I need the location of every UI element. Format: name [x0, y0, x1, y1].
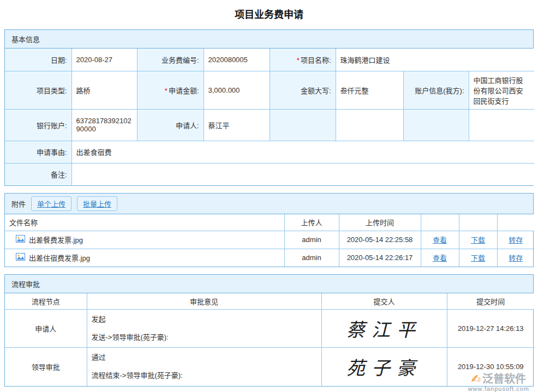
upload-time-header: 上传时间: [339, 214, 421, 231]
view-link[interactable]: 查看: [433, 254, 447, 262]
empty-header-cell: [421, 214, 459, 231]
download-cell: 下载: [459, 231, 497, 249]
transfer-cell: 转存: [497, 231, 534, 249]
amount-words-value: 叁仟元整: [336, 71, 403, 109]
single-upload-button[interactable]: 单个上传: [31, 196, 71, 211]
project-type-value: 路桥: [71, 71, 137, 109]
approval-row: 领导审批 通过 流程结束->领导审批(苑子豪): 苑子豪 2019-12-30 …: [5, 348, 534, 386]
empty-value-cell: [469, 109, 534, 141]
empty-header-cell: [459, 214, 497, 231]
file-name: 出差住宿费发票.jpg: [29, 252, 90, 263]
signature-cell: 苑子豪: [321, 348, 447, 386]
submit-time-header: 提交时间: [447, 293, 534, 310]
amount-label-text: 申请金额:: [169, 87, 199, 95]
upload-time-cell: 2020-05-14 22:25:58: [339, 231, 421, 249]
transfer-link[interactable]: 转存: [509, 254, 523, 262]
bank-account-label: 银行账户:: [5, 109, 71, 141]
node-header: 流程节点: [5, 293, 87, 310]
basic-info-row-4: 申请事由: 出差食宿费: [5, 141, 534, 163]
account-info-label: 账户信息(我方):: [403, 71, 469, 109]
attachment-row: 出差餐费发票.jpg admin 2020-05-14 22:25:58 查看 …: [5, 231, 534, 249]
required-asterisk: *: [165, 87, 168, 95]
view-cell: 查看: [421, 231, 459, 249]
basic-info-row-5: 备注:: [5, 163, 534, 185]
attachments-header-row: 文件名称 上传人 上传时间: [5, 214, 534, 231]
uploader-cell: admin: [284, 249, 339, 267]
opinion-cell: 通过 流程结束->领导审批(苑子豪):: [87, 348, 321, 386]
basic-info-panel: 基本信息 日期: 2020-08-27 业务费编号: 2020080005 *项…: [4, 29, 534, 186]
file-name-header: 文件名称: [5, 214, 284, 231]
fee-no-value: 2020080005: [204, 49, 270, 71]
brand-url: www.fanpusoft.com: [468, 385, 529, 392]
submitter-header: 提交人: [321, 293, 447, 310]
file-name-cell: 出差住宿费发票.jpg: [5, 249, 284, 267]
fanpu-logo-icon: ✍: [471, 372, 481, 385]
download-cell: 下载: [459, 249, 497, 267]
attachments-section-title: 附件: [11, 198, 26, 209]
project-name-value: 珠海鹤港口建设: [336, 49, 534, 71]
node-cell: 申请人: [5, 310, 87, 348]
file-name: 出差餐费发票.jpg: [29, 234, 83, 245]
attachments-table: 文件名称 上传人 上传时间 出差餐费发票.jpg admin 2020-05-1…: [5, 214, 534, 267]
image-file-icon: [16, 252, 25, 263]
batch-upload-button[interactable]: 批量上传: [77, 196, 117, 211]
amount-words-label: 金额大写:: [270, 71, 336, 109]
download-link[interactable]: 下载: [471, 254, 485, 262]
empty-value-cell: [336, 109, 403, 141]
view-cell: 查看: [421, 249, 459, 267]
attachments-header: 附件 单个上传 批量上传: [5, 194, 533, 214]
page-title: 项目业务费申请: [4, 7, 534, 21]
opinion-line-2: 流程结束->领导审批(苑子豪):: [92, 371, 317, 381]
uploader-cell: admin: [284, 231, 339, 249]
date-value: 2020-08-27: [71, 49, 137, 71]
approval-table: 流程节点 审批意见 提交人 提交时间 申请人 发起 发送->领导审批(苑子豪):…: [5, 293, 534, 386]
brand-name: 泛普软件: [482, 373, 526, 385]
node-cell: 领导审批: [5, 348, 87, 386]
remark-label: 备注:: [5, 163, 71, 185]
opinion-header: 审批意见: [87, 293, 321, 310]
empty-label-cell: [403, 109, 469, 141]
reason-label: 申请事由:: [5, 141, 71, 163]
image-file-icon: [16, 234, 25, 245]
opinion-line-1: 发起: [92, 315, 317, 324]
file-name-cell: 出差餐费发票.jpg: [5, 231, 284, 249]
transfer-link[interactable]: 转存: [509, 236, 523, 244]
view-link[interactable]: 查看: [433, 236, 447, 244]
handwritten-signature: 苑子豪: [346, 357, 422, 379]
submit-time-cell: 2019-12-27 14:26:13: [447, 310, 534, 348]
project-name-label: *项目名称:: [270, 49, 336, 71]
approval-section-title: 流程审批: [5, 275, 533, 293]
download-link[interactable]: 下载: [471, 236, 485, 244]
opinion-line-2: 发送->领导审批(苑子豪):: [92, 333, 317, 342]
fee-no-label: 业务费编号:: [137, 49, 204, 71]
transfer-cell: 转存: [497, 249, 534, 267]
empty-header-cell: [497, 214, 534, 231]
reason-value: 出差食宿费: [71, 141, 534, 163]
applicant-label: 申请人:: [137, 109, 204, 141]
brand-watermark: ✍泛普软件 www.fanpusoft.com: [468, 372, 529, 392]
project-type-label: 项目类型:: [5, 71, 71, 109]
account-info-value: 中国工商银行股份有限公司西安回民街支行: [469, 71, 534, 109]
amount-label: *申请金额:: [137, 71, 204, 109]
attachments-panel: 附件 单个上传 批量上传 文件名称 上传人 上传时间: [4, 193, 534, 267]
empty-label-cell: [270, 109, 336, 141]
uploader-header: 上传人: [284, 214, 339, 231]
approval-panel: 流程审批 流程节点 审批意见 提交人 提交时间 申请人 发起 发送->领导审批(…: [4, 274, 534, 387]
required-asterisk: *: [297, 56, 300, 64]
opinion-cell: 发起 发送->领导审批(苑子豪):: [87, 310, 321, 348]
date-label: 日期:: [5, 49, 71, 71]
remark-value: [71, 163, 534, 185]
page: 项目业务费申请 基本信息 日期: 2020-08-27 业务费编号: 20200…: [0, 7, 538, 392]
applicant-value: 蔡江平: [204, 109, 270, 141]
basic-info-section-title: 基本信息: [5, 30, 533, 49]
signature-cell: 蔡江平: [321, 310, 447, 348]
upload-time-cell: 2020-05-14 22:26:17: [339, 249, 421, 267]
basic-info-row-3: 银行账户: 6372817839210290000 申请人: 蔡江平: [5, 109, 534, 141]
approval-header-row: 流程节点 审批意见 提交人 提交时间: [5, 293, 534, 310]
opinion-line-1: 通过: [92, 353, 317, 363]
basic-info-row-1: 日期: 2020-08-27 业务费编号: 2020080005 *项目名称: …: [5, 49, 534, 71]
bank-account-value: 6372817839210290000: [71, 109, 137, 141]
project-name-label-text: 项目名称:: [301, 56, 331, 64]
attachment-row: 出差住宿费发票.jpg admin 2020-05-14 22:26:17 查看…: [5, 249, 534, 267]
amount-value: 3,000.000: [204, 71, 270, 109]
